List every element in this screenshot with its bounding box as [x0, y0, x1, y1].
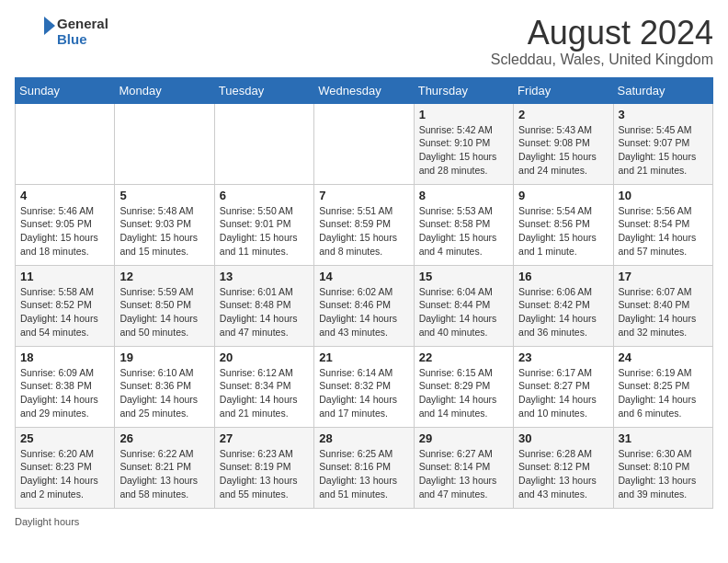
day-number: 11	[20, 270, 109, 283]
calendar-week-3: 11Sunrise: 5:58 AM Sunset: 8:52 PM Dayli…	[16, 265, 713, 346]
day-number: 19	[119, 350, 209, 364]
day-number: 7	[319, 189, 408, 202]
calendar-cell: 31Sunrise: 6:30 AM Sunset: 8:10 PM Dayli…	[613, 427, 712, 508]
day-info: Sunrise: 6:20 AM Sunset: 8:23 PM Dayligh…	[20, 447, 109, 501]
day-number: 31	[619, 431, 708, 445]
day-number: 27	[220, 431, 309, 445]
day-number: 12	[119, 270, 209, 283]
day-number: 14	[319, 270, 408, 283]
day-number: 16	[518, 270, 608, 283]
calendar-cell: 16Sunrise: 6:06 AM Sunset: 8:42 PM Dayli…	[514, 265, 613, 346]
calendar-cell: 28Sunrise: 6:25 AM Sunset: 8:16 PM Dayli…	[314, 427, 414, 508]
calendar-header-sunday: Sunday	[16, 77, 115, 103]
day-info: Sunrise: 6:12 AM Sunset: 8:34 PM Dayligh…	[220, 366, 309, 420]
day-info: Sunrise: 6:27 AM Sunset: 8:14 PM Dayligh…	[419, 447, 508, 501]
logo-triangle-icon	[15, 15, 55, 48]
calendar-cell: 24Sunrise: 6:19 AM Sunset: 8:25 PM Dayli…	[613, 346, 712, 427]
logo-blue-text: Blue	[57, 31, 108, 47]
calendar-week-4: 18Sunrise: 6:09 AM Sunset: 8:38 PM Dayli…	[16, 346, 713, 427]
calendar-cell: 25Sunrise: 6:20 AM Sunset: 8:23 PM Dayli…	[16, 427, 115, 508]
calendar-week-1: 1Sunrise: 5:42 AM Sunset: 9:10 PM Daylig…	[16, 103, 713, 184]
day-number: 8	[419, 189, 508, 202]
day-info: Sunrise: 5:43 AM Sunset: 9:08 PM Dayligh…	[518, 123, 608, 178]
page-title: August 2024	[491, 15, 713, 52]
day-info: Sunrise: 5:58 AM Sunset: 8:52 PM Dayligh…	[20, 285, 109, 339]
day-number: 23	[518, 350, 608, 364]
calendar-cell: 15Sunrise: 6:04 AM Sunset: 8:44 PM Dayli…	[414, 265, 513, 346]
calendar-cell: 29Sunrise: 6:27 AM Sunset: 8:14 PM Dayli…	[414, 427, 513, 508]
day-info: Sunrise: 6:09 AM Sunset: 8:38 PM Dayligh…	[20, 366, 109, 420]
calendar-cell: 13Sunrise: 6:01 AM Sunset: 8:48 PM Dayli…	[214, 265, 313, 346]
day-number: 26	[119, 431, 209, 445]
day-number: 17	[619, 270, 708, 283]
calendar-cell: 20Sunrise: 6:12 AM Sunset: 8:34 PM Dayli…	[214, 346, 313, 427]
calendar-cell: 26Sunrise: 6:22 AM Sunset: 8:21 PM Dayli…	[115, 427, 214, 508]
day-info: Sunrise: 6:10 AM Sunset: 8:36 PM Dayligh…	[119, 366, 209, 420]
day-number: 4	[20, 189, 109, 202]
calendar-cell: 12Sunrise: 5:59 AM Sunset: 8:50 PM Dayli…	[115, 265, 214, 346]
footer-note: Daylight hours	[15, 516, 713, 527]
day-info: Sunrise: 6:23 AM Sunset: 8:19 PM Dayligh…	[220, 447, 309, 501]
calendar-cell: 18Sunrise: 6:09 AM Sunset: 8:38 PM Dayli…	[16, 346, 115, 427]
day-info: Sunrise: 6:25 AM Sunset: 8:16 PM Dayligh…	[319, 447, 408, 501]
calendar-cell: 10Sunrise: 5:56 AM Sunset: 8:54 PM Dayli…	[613, 184, 712, 265]
page-subtitle: Scleddau, Wales, United Kingdom	[491, 52, 713, 68]
day-number: 18	[20, 350, 109, 364]
calendar-header-thursday: Thursday	[414, 77, 513, 103]
calendar-cell: 14Sunrise: 6:02 AM Sunset: 8:46 PM Dayli…	[314, 265, 414, 346]
day-number: 10	[619, 189, 708, 202]
calendar-cell	[214, 103, 313, 184]
calendar-header-row: SundayMondayTuesdayWednesdayThursdayFrid…	[16, 77, 713, 103]
day-number: 25	[20, 431, 109, 445]
header: General Blue August 2024 Scleddau, Wales…	[15, 15, 713, 68]
logo: General Blue	[15, 15, 108, 48]
title-area: August 2024 Scleddau, Wales, United King…	[491, 15, 713, 68]
day-number: 1	[419, 108, 508, 121]
calendar-header-wednesday: Wednesday	[314, 77, 414, 103]
svg-marker-0	[44, 17, 55, 35]
day-info: Sunrise: 5:45 AM Sunset: 9:07 PM Dayligh…	[619, 123, 708, 178]
calendar-cell	[314, 103, 414, 184]
day-number: 3	[619, 108, 708, 121]
day-number: 22	[419, 350, 508, 364]
day-info: Sunrise: 6:30 AM Sunset: 8:10 PM Dayligh…	[619, 447, 708, 501]
calendar-cell	[115, 103, 214, 184]
calendar-header-saturday: Saturday	[613, 77, 712, 103]
day-number: 9	[518, 189, 608, 202]
calendar-cell: 3Sunrise: 5:45 AM Sunset: 9:07 PM Daylig…	[613, 103, 712, 184]
day-number: 29	[419, 431, 508, 445]
calendar-cell: 30Sunrise: 6:28 AM Sunset: 8:12 PM Dayli…	[514, 427, 613, 508]
day-number: 13	[220, 270, 309, 283]
day-number: 15	[419, 270, 508, 283]
day-info: Sunrise: 6:07 AM Sunset: 8:40 PM Dayligh…	[619, 285, 708, 339]
day-number: 21	[319, 350, 408, 364]
calendar-cell: 23Sunrise: 6:17 AM Sunset: 8:27 PM Dayli…	[514, 346, 613, 427]
calendar-cell: 5Sunrise: 5:48 AM Sunset: 9:03 PM Daylig…	[115, 184, 214, 265]
calendar-cell: 19Sunrise: 6:10 AM Sunset: 8:36 PM Dayli…	[115, 346, 214, 427]
calendar-cell: 22Sunrise: 6:15 AM Sunset: 8:29 PM Dayli…	[414, 346, 513, 427]
day-info: Sunrise: 6:15 AM Sunset: 8:29 PM Dayligh…	[419, 366, 508, 420]
day-info: Sunrise: 5:54 AM Sunset: 8:56 PM Dayligh…	[518, 204, 608, 259]
day-info: Sunrise: 6:19 AM Sunset: 8:25 PM Dayligh…	[619, 366, 708, 420]
calendar-cell: 1Sunrise: 5:42 AM Sunset: 9:10 PM Daylig…	[414, 103, 513, 184]
logo-general-text: General	[57, 16, 108, 31]
day-number: 28	[319, 431, 408, 445]
calendar-cell: 17Sunrise: 6:07 AM Sunset: 8:40 PM Dayli…	[613, 265, 712, 346]
calendar-cell: 2Sunrise: 5:43 AM Sunset: 9:08 PM Daylig…	[514, 103, 613, 184]
day-number: 20	[220, 350, 309, 364]
calendar-cell: 6Sunrise: 5:50 AM Sunset: 9:01 PM Daylig…	[214, 184, 313, 265]
day-number: 6	[220, 189, 309, 202]
day-info: Sunrise: 5:59 AM Sunset: 8:50 PM Dayligh…	[119, 285, 209, 339]
calendar-cell	[16, 103, 115, 184]
day-info: Sunrise: 5:53 AM Sunset: 8:58 PM Dayligh…	[419, 204, 508, 259]
day-number: 2	[518, 108, 608, 121]
day-info: Sunrise: 6:04 AM Sunset: 8:44 PM Dayligh…	[419, 285, 508, 339]
day-info: Sunrise: 5:46 AM Sunset: 9:05 PM Dayligh…	[20, 204, 109, 259]
day-number: 24	[619, 350, 708, 364]
calendar-table: SundayMondayTuesdayWednesdayThursdayFrid…	[15, 77, 713, 509]
day-info: Sunrise: 5:51 AM Sunset: 8:59 PM Dayligh…	[319, 204, 408, 259]
day-info: Sunrise: 6:06 AM Sunset: 8:42 PM Dayligh…	[518, 285, 608, 339]
day-info: Sunrise: 6:01 AM Sunset: 8:48 PM Dayligh…	[220, 285, 309, 339]
calendar-cell: 9Sunrise: 5:54 AM Sunset: 8:56 PM Daylig…	[514, 184, 613, 265]
day-info: Sunrise: 5:48 AM Sunset: 9:03 PM Dayligh…	[119, 204, 209, 259]
